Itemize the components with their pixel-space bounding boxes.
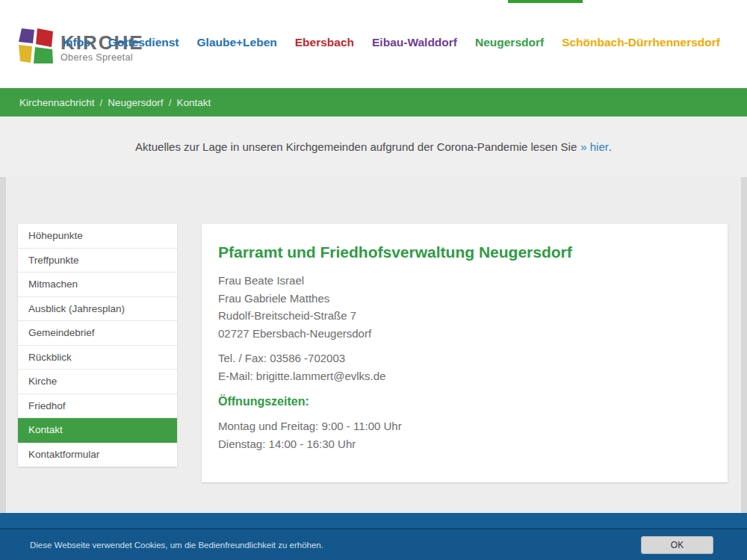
notice-text: Aktuelles zur Lage in unseren Kirchgemei… <box>135 140 577 153</box>
address-line: Frau Gabriele Matthes <box>218 292 329 305</box>
sidebar-item-mitmachen[interactable]: Mitmachen <box>18 273 177 297</box>
nav-item-neugersdorf[interactable]: Neugersdorf <box>475 36 544 49</box>
breadcrumb-item-kontakt[interactable]: Kontakt <box>176 97 211 108</box>
contact-block: Tel. / Fax: 03586 -702003 E-Mail: brigit… <box>218 349 705 385</box>
phone-line: Tel. / Fax: 03586 -702003 <box>218 352 345 364</box>
nav-item-schoenbach-duerrhennersdorf[interactable]: Schönbach-Dürrhennersdorf <box>562 36 720 49</box>
cookie-consent-bar: Diese Webseite verwendet Cookies, um die… <box>0 528 747 560</box>
nav-item-ebersbach[interactable]: Ebersbach <box>295 36 354 49</box>
header: KIRCHE Oberes Spreetal Infos Gottesdiens… <box>0 0 747 88</box>
hours-line: Montag und Freitag: 9:00 - 11:00 Uhr <box>218 420 402 432</box>
address-block: Frau Beate Israel Frau Gabriele Matthes … <box>218 272 705 342</box>
breadcrumb-item-kirchennachricht[interactable]: Kirchennachricht <box>19 97 95 108</box>
sidebar-menu: Höhepunkte Treffpunkte Mitmachen Ausblic… <box>18 224 177 467</box>
sidebar-item-hoehepunkte[interactable]: Höhepunkte <box>18 224 177 249</box>
nav-item-infos[interactable]: Infos <box>63 36 90 49</box>
page-title: Pfarramt und Friedhofsverwaltung Neugers… <box>218 243 705 261</box>
sidebar-item-kirche[interactable]: Kirche <box>18 370 177 394</box>
main-area: Höhepunkte Treffpunkte Mitmachen Ausblic… <box>0 177 747 513</box>
address-line: Rudolf-Breitscheid-Straße 7 <box>218 309 356 322</box>
email-line: E-Mail: brigitte.lammert@evlks.de <box>218 370 385 382</box>
breadcrumb: Kirchennachricht / Neugersdorf / Kontakt <box>0 88 747 116</box>
cookie-ok-button[interactable]: OK <box>641 536 713 554</box>
cookie-message: Diese Webseite verwendet Cookies, um die… <box>30 541 323 550</box>
address-line: Frau Beate Israel <box>218 274 304 287</box>
breadcrumb-separator: / <box>169 97 172 108</box>
main-nav: Infos Gottesdienst Glaube+Leben Ebersbac… <box>63 36 720 49</box>
opening-hours-title: Öffnungszeiten: <box>218 395 705 408</box>
church-pinwheel-logo-icon <box>18 28 54 63</box>
breadcrumb-separator: / <box>100 97 103 108</box>
sidebar-item-ausblick-jahresplan[interactable]: Ausblick (Jahresplan) <box>18 297 177 322</box>
corona-notice-banner: Aktuelles zur Lage in unseren Kirchgemei… <box>0 116 747 177</box>
contact-content-card: Pfarramt und Friedhofsverwaltung Neugers… <box>202 224 728 482</box>
notice-hier-link[interactable]: » hier <box>580 140 609 153</box>
opening-hours-block: Montag und Freitag: 9:00 - 11:00 Uhr Die… <box>218 417 705 452</box>
sidebar-item-rueckblick[interactable]: Rückblick <box>18 346 177 370</box>
address-line: 02727 Ebersbach-Neugersdorf <box>218 327 371 340</box>
logo-subtitle: Oberes Spreetal <box>61 52 144 63</box>
sidebar-item-friedhof[interactable]: Friedhof <box>18 394 177 419</box>
active-nav-indicator <box>508 0 583 3</box>
nav-item-eibau-walddorf[interactable]: Eibau-Walddorf <box>372 36 457 49</box>
content-wrapper: Höhepunkte Treffpunkte Mitmachen Ausblic… <box>6 177 741 513</box>
nav-item-glaube-leben[interactable]: Glaube+Leben <box>197 36 277 49</box>
sidebar-item-kontaktformular[interactable]: Kontaktformular <box>18 443 177 467</box>
sidebar-item-treffpunkte[interactable]: Treffpunkte <box>18 249 177 273</box>
sidebar-item-kontakt[interactable]: Kontakt <box>18 418 177 443</box>
nav-item-gottesdienst[interactable]: Gottesdienst <box>108 36 179 49</box>
breadcrumb-item-neugersdorf[interactable]: Neugersdorf <box>108 97 163 108</box>
notice-suffix: . <box>609 140 612 153</box>
hours-line: Dienstag: 14:00 - 16:30 Uhr <box>218 438 356 450</box>
footer-band <box>0 513 747 528</box>
sidebar-item-gemeindebrief[interactable]: Gemeindebrief <box>18 321 177 346</box>
